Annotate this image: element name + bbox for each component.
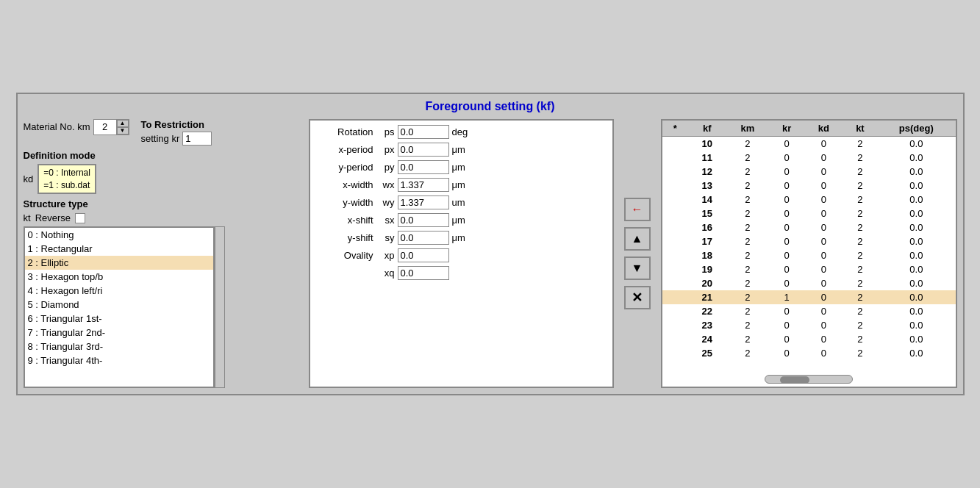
table-cell — [662, 318, 689, 332]
reverse-checkbox[interactable] — [75, 213, 85, 223]
kt-list-item[interactable]: 9 : Triangular 4th- — [25, 354, 213, 367]
kt-list[interactable]: 0 : Nothing1 : Rectangular2 : Elliptic3 … — [24, 226, 215, 388]
setting-row: xq — [315, 266, 608, 280]
table-row[interactable]: 1420020.0 — [662, 193, 956, 207]
setting-input-px[interactable] — [398, 143, 449, 157]
kt-list-item[interactable]: 6 : Triangular 1st- — [25, 312, 213, 326]
table-cell: 0 — [804, 332, 843, 346]
table-row[interactable]: 1720020.0 — [662, 234, 956, 248]
material-spin[interactable]: 2 ▲ ▼ — [93, 119, 129, 135]
material-value[interactable]: 2 — [94, 121, 116, 132]
kt-list-item[interactable]: 7 : Triangular 2nd- — [25, 326, 213, 340]
setting-input-sx[interactable] — [398, 213, 449, 227]
setting-label: x-period — [315, 144, 373, 155]
kt-list-item[interactable]: 1 : Rectangular — [25, 242, 213, 256]
table-cell: 2 — [843, 262, 878, 276]
table-cell: 0 — [769, 234, 804, 248]
setting-unit: μm — [452, 144, 474, 155]
table-cell: 25 — [688, 346, 726, 360]
table-row[interactable]: 1520020.0 — [662, 207, 956, 220]
table-row[interactable]: 2220020.0 — [662, 304, 956, 318]
kt-scrollbar[interactable] — [215, 226, 225, 388]
table-cell: 2 — [726, 234, 770, 248]
setting-row: y-shift sy μm — [315, 231, 608, 245]
table-cell: 2 — [843, 220, 878, 234]
spin-down[interactable]: ▼ — [117, 127, 129, 134]
down-arrow-button[interactable]: ▼ — [624, 256, 651, 280]
table-cell: 0 — [804, 304, 843, 318]
setting-input-py[interactable] — [398, 160, 449, 174]
table-cell — [662, 346, 689, 360]
table-scroll[interactable]: *kfkmkrkdktps(deg)1020020.01120020.01220… — [662, 121, 956, 373]
table-cell: 2 — [726, 248, 770, 262]
setting-label: y-period — [315, 162, 373, 173]
table-row[interactable]: 2320020.0 — [662, 318, 956, 332]
table-cell: 0.0 — [877, 346, 955, 360]
kt-list-item[interactable]: 5 : Diamond — [25, 298, 213, 312]
table-row[interactable]: 1920020.0 — [662, 262, 956, 276]
setting-input-xq[interactable] — [398, 266, 449, 280]
table-cell: 20 — [688, 276, 726, 290]
table-header: ps(deg) — [877, 121, 955, 137]
spin-up[interactable]: ▲ — [117, 120, 129, 127]
table-header: kf — [688, 121, 726, 137]
table-header: * — [662, 121, 689, 137]
table-row[interactable]: 2020020.0 — [662, 276, 956, 290]
kt-list-item[interactable]: 4 : Hexagon left/ri — [25, 284, 213, 298]
setting-abbr: px — [376, 144, 395, 155]
table-header: kt — [843, 121, 878, 137]
setting-input-sy[interactable] — [398, 231, 449, 245]
setting-input-wy[interactable] — [398, 195, 449, 209]
table-cell: 0 — [769, 332, 804, 346]
table-row[interactable]: 1620020.0 — [662, 220, 956, 234]
setting-abbr: sx — [376, 215, 395, 226]
setting-row: x-width wx μm — [315, 178, 608, 192]
table-cell: 2 — [726, 290, 770, 304]
table-cell — [662, 332, 689, 346]
table-cell — [662, 262, 689, 276]
table-row[interactable]: 2520020.0 — [662, 346, 956, 360]
table-row[interactable]: 1120020.0 — [662, 151, 956, 165]
table-row[interactable]: 1820020.0 — [662, 248, 956, 262]
setting-input-ps[interactable] — [398, 125, 449, 139]
table-cell: 2 — [843, 151, 878, 165]
restriction-section: To Restriction setting kr 1 — [141, 119, 212, 146]
table-cell: 0 — [769, 220, 804, 234]
setting-abbr: sy — [376, 232, 395, 243]
table-cell: 2 — [843, 332, 878, 346]
table-cell — [662, 193, 689, 207]
table-row[interactable]: 1220020.0 — [662, 165, 956, 179]
table-row[interactable]: 2420020.0 — [662, 332, 956, 346]
x-button[interactable]: ✕ — [624, 286, 651, 309]
table-cell: 2 — [843, 318, 878, 332]
table-cell: 12 — [688, 165, 726, 179]
setting-label: Ovality — [315, 250, 373, 261]
up-arrow-button[interactable]: ▲ — [624, 227, 651, 251]
setting-input-wx[interactable] — [398, 178, 449, 192]
table-cell: 2 — [726, 332, 770, 346]
table-cell: 2 — [843, 207, 878, 220]
table-row[interactable]: 1320020.0 — [662, 179, 956, 193]
table-cell: 2 — [843, 136, 878, 151]
kt-list-item[interactable]: 3 : Hexagon top/b — [25, 270, 213, 284]
kt-label: kt — [24, 212, 31, 223]
table-header: kr — [769, 121, 804, 137]
kt-list-item[interactable]: 0 : Nothing — [25, 228, 213, 242]
left-arrow-button[interactable]: ← — [624, 198, 651, 221]
restriction-value[interactable]: 1 — [182, 132, 212, 146]
scrollbar-thumb — [780, 376, 809, 384]
table-row[interactable]: 2121020.0 — [662, 290, 956, 304]
kt-list-item[interactable]: 2 : Elliptic — [25, 256, 213, 270]
kt-list-item[interactable]: 8 : Triangular 3rd- — [25, 340, 213, 354]
table-row[interactable]: 1020020.0 — [662, 136, 956, 151]
kd-options: =0 : Internal=1 : sub.dat — [37, 164, 96, 195]
table-cell: 10 — [688, 136, 726, 151]
top-row: Material No. km 2 ▲ ▼ To Restriction set… — [24, 119, 303, 146]
setting-unit: μm — [452, 162, 474, 173]
table-cell — [662, 276, 689, 290]
table-cell: 0 — [804, 179, 843, 193]
setting-unit: μm — [452, 215, 474, 226]
table-cell: 0 — [769, 136, 804, 151]
setting-input-xp[interactable] — [398, 248, 449, 262]
horizontal-scrollbar[interactable] — [765, 375, 853, 384]
